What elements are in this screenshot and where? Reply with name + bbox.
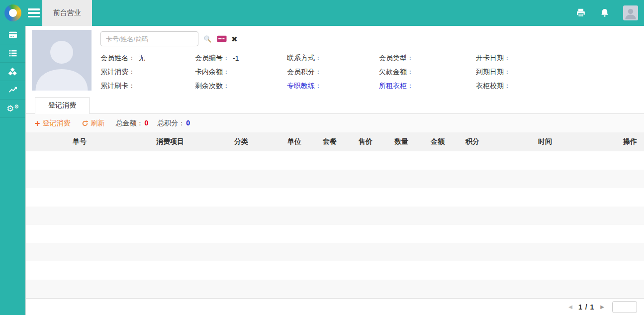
col-package: 套餐 [313, 137, 346, 146]
col-unit: 单位 [276, 137, 313, 146]
member-fields: 会员姓名： 无 会员编号： -1 联系方式： 会员类型： [100, 51, 638, 93]
total-amount: 总金额：0 [116, 119, 149, 128]
col-actions: 操作 [603, 137, 644, 146]
sidebar-item-pos-card-icon[interactable] [0, 26, 25, 44]
col-amount: 金额 [418, 137, 458, 146]
table-body [26, 151, 644, 299]
pagination-bar: ◀ 1 / 1 ▶ [26, 299, 644, 315]
plus-icon: + [35, 119, 40, 128]
page: 前台营业 [0, 0, 644, 315]
refresh-button[interactable]: 刷新 [82, 119, 105, 128]
field-card-balance: 卡内余额： [195, 68, 287, 77]
search-icon[interactable] [203, 34, 212, 44]
col-price: 售价 [346, 137, 385, 146]
col-category: 分类 [207, 137, 276, 146]
table-row [26, 261, 644, 280]
table-row [26, 225, 644, 243]
next-page-icon[interactable]: ▶ [598, 304, 606, 310]
total-points: 总积分：0 [157, 119, 190, 128]
field-expiry-date: 到期日期： [476, 68, 638, 77]
table-header: 单号 消费项目 分类 单位 套餐 售价 数量 金额 积分 时间 操作 [26, 132, 644, 151]
col-quantity: 数量 [385, 137, 418, 146]
table-row [26, 188, 644, 207]
field-member-id: 会员编号： -1 [195, 54, 287, 63]
table-row [26, 151, 644, 170]
field-rented-locker-link[interactable]: 所租衣柜： [379, 82, 476, 91]
sidebar-item-list-icon[interactable] [0, 44, 25, 63]
topbar-actions [575, 5, 644, 20]
sidebar-item-cubes-icon[interactable] [0, 63, 25, 81]
table-row [26, 243, 644, 261]
clear-icon[interactable]: ✖ [231, 35, 238, 43]
add-consumption-button[interactable]: + 登记消费 [35, 119, 71, 128]
top-bar: 前台营业 [0, 0, 644, 26]
refresh-icon [82, 120, 89, 127]
field-contact: 联系方式： [287, 54, 379, 63]
table-row [26, 280, 644, 298]
user-avatar[interactable] [623, 5, 638, 20]
field-amount-owed: 欠款金额： [379, 68, 476, 77]
col-time: 时间 [487, 137, 603, 146]
consumption-toolbar: + 登记消费 刷新 总金额：0 总积分：0 [26, 114, 644, 132]
tab-front-desk-label: 前台营业 [53, 8, 81, 17]
totals: 总金额：0 总积分：0 [116, 119, 199, 128]
table-row [26, 170, 644, 188]
sidebar-item-gears-icon[interactable]: ⚙⚙ [0, 100, 25, 118]
col-order-no: 单号 [26, 137, 133, 146]
sidebar-item-line-chart-icon[interactable] [0, 81, 25, 100]
tab-register-consumption[interactable]: 登记消费 [35, 97, 90, 114]
member-photo-placeholder [32, 30, 92, 91]
field-member-points: 会员积分： [287, 68, 379, 77]
field-total-swipes: 累计刷卡： [100, 82, 195, 91]
search-input[interactable] [100, 31, 198, 46]
gears-icon: ⚙⚙ [6, 104, 19, 113]
field-card-open-date: 开卡日期： [476, 54, 638, 63]
field-locker-period: 衣柜校期： [476, 82, 638, 91]
col-item: 消费项目 [133, 137, 207, 146]
tabs-row: 登记消费 [26, 97, 644, 114]
swipe-card-icon[interactable] [217, 35, 227, 43]
prev-page-icon[interactable]: ◀ [566, 304, 574, 310]
main-content: ✖ 会员姓名： 无 会员编号： -1 联系方式： [26, 26, 644, 315]
total-points-value: 0 [186, 119, 190, 127]
field-member-type: 会员类型： [379, 54, 476, 63]
field-total-consumption: 累计消费： [100, 68, 195, 77]
page-indicator: 1 / 1 [578, 303, 594, 311]
sidebar: ⚙⚙ [0, 26, 26, 315]
field-member-name: 会员姓名： 无 [100, 54, 195, 63]
table-row [26, 207, 644, 225]
field-remaining-times: 剩余次数： [195, 82, 287, 91]
member-info-panel: ✖ 会员姓名： 无 会员编号： -1 联系方式： [26, 26, 644, 97]
tab-front-desk[interactable]: 前台营业 [42, 0, 92, 26]
member-search-row: ✖ [100, 31, 638, 47]
field-personal-coach-link[interactable]: 专职教练： [287, 82, 379, 91]
page-jump-input[interactable] [612, 301, 637, 313]
col-points: 积分 [458, 137, 487, 146]
total-amount-value: 0 [145, 119, 149, 127]
notifications-bell-icon[interactable] [599, 7, 610, 18]
app-logo-icon [4, 4, 21, 21]
print-icon[interactable] [575, 7, 586, 18]
hamburger-menu-icon[interactable] [28, 8, 40, 17]
